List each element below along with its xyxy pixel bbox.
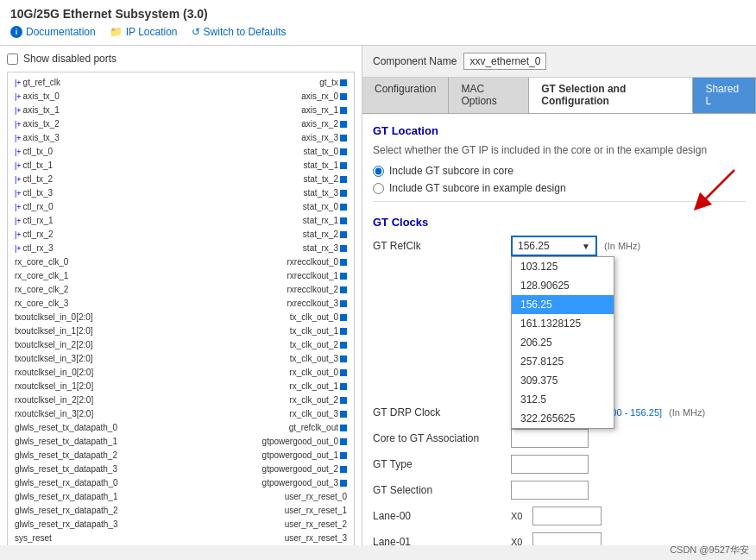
dropdown-item-206[interactable]: 206.25 bbox=[512, 333, 614, 352]
switch-to-defaults-button[interactable]: ↺ Switch to Defaults bbox=[192, 26, 287, 38]
gt-drp-clock-hint: (In MHz) bbox=[669, 407, 705, 418]
port-row: glwls_reset_rx_datapath_0 gtpowergood_ou… bbox=[11, 476, 350, 490]
port-row: rx_core_clk_3 rxrecclkout_3 bbox=[11, 297, 350, 311]
port-row: rxoutclksel_in_2[2:0] rx_clk_out_2 bbox=[11, 393, 350, 407]
lane-00-label: Lane-00 bbox=[373, 510, 511, 522]
gt-type-input[interactable] bbox=[511, 455, 589, 474]
port-row: |+ ctl_rx_3 stat_rx_3 bbox=[11, 242, 350, 255]
port-row: glwls_reset_rx_datapath_3 user_rx_reset_… bbox=[11, 518, 350, 532]
show-disabled-label[interactable]: Show disabled ports bbox=[23, 53, 117, 65]
gt-type-control bbox=[511, 455, 589, 474]
lane-01-control: X0 bbox=[511, 532, 602, 545]
port-row: rx_core_clk_2 rxrecclkout_2 bbox=[11, 283, 350, 297]
port-row: glwls_reset_tx_datapath_1 gtpowergood_ou… bbox=[11, 435, 350, 449]
core-to-gt-assoc-row: Core to GT Association bbox=[373, 429, 746, 448]
lane-01-input[interactable] bbox=[532, 532, 602, 545]
port-diagram: |+ gt_ref_clk gt_tx |+ axis_tx_0 axis_rx… bbox=[7, 72, 355, 545]
gt-refclk-hint: (In MHz) bbox=[604, 241, 640, 251]
tab-gt-selection[interactable]: GT Selection and Configuration bbox=[529, 78, 693, 113]
gt-refclk-control: 156.25 ▼ (In MHz) 103.125 128.90625 156.… bbox=[511, 236, 640, 256]
gt-selection-label: GT Selection bbox=[373, 484, 511, 496]
gt-clocks-section: GT Clocks GT RefClk 156.25 ▼ (In MHz) 10… bbox=[373, 216, 746, 545]
port-row: |+ ctl_rx_1 stat_rx_1 bbox=[11, 214, 350, 228]
port-row: rx_core_clk_0 rxrecclkout_0 bbox=[11, 255, 350, 269]
gt-location-desc: Select whether the GT IP is included in … bbox=[373, 144, 746, 156]
dropdown-item-156-selected[interactable]: 156.25 bbox=[512, 295, 614, 314]
watermark: CSDN @9527华安 bbox=[670, 544, 749, 557]
show-disabled-checkbox[interactable] bbox=[7, 53, 18, 65]
dropdown-item-322[interactable]: 322.265625 bbox=[512, 409, 614, 428]
gt-location-title: GT Location bbox=[373, 124, 746, 137]
dropdown-item-128[interactable]: 128.90625 bbox=[512, 276, 614, 295]
left-panel: Show disabled ports |+ gt_ref_clk gt_tx … bbox=[0, 46, 362, 545]
tab-configuration[interactable]: Configuration bbox=[362, 78, 449, 113]
port-row: |+ ctl_rx_2 stat_rx_2 bbox=[11, 228, 350, 242]
port-row: |+ axis_tx_3 axis_rx_3 bbox=[11, 131, 350, 145]
documentation-button[interactable]: i Documentation bbox=[10, 26, 96, 38]
core-to-gt-assoc-input[interactable] bbox=[511, 429, 589, 448]
gt-refclk-value: 156.25 bbox=[518, 240, 550, 252]
app-header: 10G/25G Ethernet Subsystem (3.0) i Docum… bbox=[0, 0, 756, 46]
tab-mac-options[interactable]: MAC Options bbox=[449, 78, 529, 113]
core-to-gt-assoc-label: Core to GT Association bbox=[373, 432, 511, 444]
dropdown-item-161[interactable]: 161.1328125 bbox=[512, 314, 614, 333]
info-icon: i bbox=[10, 26, 22, 38]
right-panel: Component Name xxv_ethernet_0 Configurat… bbox=[362, 46, 756, 545]
radio-include-example-label: Include GT subcore in example design bbox=[389, 182, 566, 194]
lane-00-input[interactable] bbox=[532, 507, 602, 525]
dropdown-item-309[interactable]: 309.375 bbox=[512, 371, 614, 390]
dropdown-item-103[interactable]: 103.125 bbox=[512, 257, 614, 276]
port-row: |+ ctl_tx_2 stat_tx_2 bbox=[11, 173, 350, 186]
red-arrow-annotation bbox=[674, 161, 743, 213]
lane-00-control: X0 bbox=[511, 507, 602, 525]
tab-shared[interactable]: Shared L bbox=[693, 78, 756, 113]
component-name-bar: Component Name xxv_ethernet_0 bbox=[362, 46, 756, 78]
switch-to-defaults-label: Switch to Defaults bbox=[204, 26, 287, 38]
component-name-value: xxv_ethernet_0 bbox=[463, 53, 546, 70]
tabs-bar: Configuration MAC Options GT Selection a… bbox=[362, 78, 756, 114]
gt-selection-input[interactable] bbox=[511, 481, 589, 500]
port-row: glwls_reset_tx_datapath_3 gtpowergood_ou… bbox=[11, 462, 350, 476]
port-row: |+ ctl_tx_1 stat_tx_1 bbox=[11, 159, 350, 173]
port-row: rx_core_clk_1 rxrecclkout_1 bbox=[11, 269, 350, 283]
port-row: glwls_reset_rx_datapath_1 user_rx_reset_… bbox=[11, 490, 350, 504]
ip-location-button[interactable]: 📁 IP Location bbox=[110, 26, 178, 38]
dropdown-item-257[interactable]: 257.8125 bbox=[512, 352, 614, 371]
app-title: 10G/25G Ethernet Subsystem (3.0) bbox=[10, 7, 746, 21]
port-row: rxoutclksel_in_0[2:0] rx_clk_out_0 bbox=[11, 366, 350, 380]
core-to-gt-assoc-control bbox=[511, 429, 589, 448]
component-name-label: Component Name bbox=[373, 55, 457, 67]
gt-clocks-title: GT Clocks bbox=[373, 216, 746, 229]
port-row: |+ axis_tx_1 axis_rx_1 bbox=[11, 104, 350, 117]
gt-refclk-select[interactable]: 156.25 ▼ bbox=[511, 236, 597, 256]
port-row: rxoutclksel_in_3[2:0] rx_clk_out_3 bbox=[11, 407, 350, 421]
port-row: rxoutclksel_in_1[2:0] rx_clk_out_1 bbox=[11, 380, 350, 393]
ip-location-label: IP Location bbox=[126, 26, 178, 38]
lane-01-x: X0 bbox=[511, 537, 522, 545]
port-row: glwls_reset_rx_datapath_2 user_rx_reset_… bbox=[11, 504, 350, 518]
port-row: |+ gt_ref_clk gt_tx bbox=[11, 76, 350, 90]
port-row: txoutclksel_in_2[2:0] tx_clk_out_2 bbox=[11, 338, 350, 352]
port-row: |+ ctl_tx_3 stat_tx_3 bbox=[11, 186, 350, 200]
lane-01-label: Lane-01 bbox=[373, 536, 511, 545]
radio-include-core-label: Include GT subcore in core bbox=[389, 165, 513, 177]
folder-icon: 📁 bbox=[110, 26, 123, 38]
port-row: glwls_reset_tx_datapath_0 gt_refclk_out bbox=[11, 421, 350, 435]
port-row: |+ ctl_tx_0 stat_tx_0 bbox=[11, 145, 350, 159]
gt-selection-control bbox=[511, 481, 589, 500]
gt-refclk-label: GT RefClk bbox=[373, 240, 511, 252]
content-area: GT Location Select whether the GT IP is … bbox=[362, 114, 756, 545]
gt-type-label: GT Type bbox=[373, 458, 511, 470]
port-row: txoutclksel_in_3[2:0] tx_clk_out_3 bbox=[11, 352, 350, 366]
gt-type-row: GT Type bbox=[373, 455, 746, 474]
refresh-icon: ↺ bbox=[192, 26, 200, 38]
port-row: |+ axis_tx_0 axis_rx_0 bbox=[11, 90, 350, 104]
port-row: txoutclksel_in_1[2:0] tx_clk_out_1 bbox=[11, 324, 350, 338]
port-row: |+ ctl_rx_0 stat_rx_0 bbox=[11, 200, 350, 214]
port-row: |+ axis_tx_2 axis_rx_2 bbox=[11, 117, 350, 131]
port-row: txoutclksel_in_0[2:0] tx_clk_out_0 bbox=[11, 311, 350, 324]
port-row: glwls_reset_tx_datapath_2 gtpowergood_ou… bbox=[11, 449, 350, 462]
gt-refclk-row: GT RefClk 156.25 ▼ (In MHz) 103.125 128.… bbox=[373, 236, 746, 256]
dropdown-item-312[interactable]: 312.5 bbox=[512, 390, 614, 409]
gt-selection-row: GT Selection bbox=[373, 481, 746, 500]
